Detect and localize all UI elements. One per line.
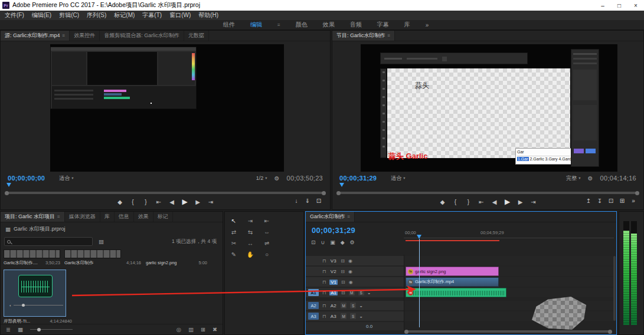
source-patch-v1[interactable] bbox=[308, 278, 319, 285]
source-playhead[interactable] bbox=[6, 183, 11, 187]
panel-menu-icon[interactable]: ≡ bbox=[63, 33, 66, 38]
find-icon[interactable]: ◎ bbox=[176, 326, 181, 333]
tab-project[interactable]: 项目: Garlic 水印项目 ≡ bbox=[1, 212, 65, 222]
lock-icon[interactable]: ⊓ bbox=[322, 258, 326, 264]
lock-icon[interactable]: ⊓ bbox=[322, 314, 326, 319]
track-select-backward-tool[interactable]: ⇤ bbox=[261, 216, 273, 225]
export-frame-button[interactable]: ⊡ bbox=[608, 198, 614, 204]
mic-icon[interactable]: ◒ bbox=[359, 314, 362, 319]
item-thumbnail[interactable] bbox=[64, 249, 121, 258]
track-name-a1[interactable]: A1 bbox=[329, 290, 338, 295]
add-marker-button[interactable]: ◆ bbox=[440, 199, 446, 205]
menu-item-edit[interactable]: 编辑(E) bbox=[32, 11, 51, 19]
close-button[interactable]: × bbox=[627, 0, 644, 11]
program-scrollbar[interactable] bbox=[337, 192, 639, 194]
new-item-icon[interactable]: ⊞ bbox=[201, 326, 205, 333]
source-settings-icon[interactable]: ⚙ bbox=[274, 175, 280, 182]
ripple-edit-tool[interactable]: ⇄ bbox=[228, 228, 240, 236]
clip-audio-music[interactable]: fx bbox=[406, 288, 506, 297]
menu-item-help[interactable]: 帮助(H) bbox=[198, 11, 218, 19]
search-box[interactable] bbox=[4, 237, 93, 246]
step-back-button[interactable]: ◀ bbox=[492, 199, 498, 205]
track-lane-v3[interactable] bbox=[404, 256, 613, 265]
eye-icon[interactable]: ◉ bbox=[348, 269, 352, 274]
source-patch-v2[interactable] bbox=[308, 268, 319, 275]
timeline-timecode[interactable]: 00;00;31;29 bbox=[312, 226, 355, 235]
pen-tool[interactable]: ✎ bbox=[228, 250, 240, 258]
workspace-tab-assembly[interactable]: 组件 bbox=[223, 21, 235, 29]
panel-menu-icon[interactable]: ≡ bbox=[348, 214, 351, 219]
overwrite-button[interactable]: ⇓ bbox=[305, 198, 310, 204]
eye-icon[interactable]: ◉ bbox=[348, 258, 352, 264]
workspace-overflow-icon[interactable]: » bbox=[426, 22, 429, 28]
selected-audio-item[interactable]: ◖ bbox=[4, 270, 66, 317]
minimize-button[interactable]: – bbox=[594, 0, 611, 11]
menu-item-clip[interactable]: 剪辑(C) bbox=[59, 11, 79, 19]
master-level-value[interactable]: 0.0 bbox=[366, 324, 372, 329]
mute-button[interactable]: M bbox=[341, 303, 346, 308]
source-scrollbar[interactable] bbox=[5, 192, 325, 194]
tab-info[interactable]: 信息 bbox=[115, 212, 134, 222]
track-name-v1[interactable]: V1 bbox=[329, 280, 338, 285]
rate-stretch-tool[interactable]: ⇔ bbox=[261, 228, 273, 236]
program-fit-dropdown[interactable]: 适合 ▾ bbox=[391, 175, 405, 182]
ime-candidate-active[interactable]: 1.Gar bbox=[517, 157, 529, 161]
track-name-v2[interactable]: V2 bbox=[329, 269, 337, 274]
mic-icon[interactable]: ◒ bbox=[368, 290, 371, 295]
workspace-tab-libraries[interactable]: 库 bbox=[404, 21, 410, 29]
timeline-playhead-line[interactable] bbox=[419, 239, 420, 327]
lock-icon[interactable]: ⊓ bbox=[322, 280, 326, 285]
hand-tool[interactable]: ✋ bbox=[244, 250, 256, 258]
mark-in-button[interactable]: { bbox=[130, 199, 136, 205]
lock-icon[interactable]: ⊓ bbox=[322, 269, 326, 274]
track-name-a3[interactable]: A3 bbox=[329, 314, 337, 319]
filter-bin-icon[interactable]: ▤ bbox=[99, 238, 104, 245]
sync-lock-icon[interactable]: ⊟ bbox=[341, 290, 345, 295]
mark-out-button[interactable]: } bbox=[466, 199, 472, 205]
go-to-in-button[interactable]: ⇤ bbox=[156, 199, 162, 205]
track-name-a2[interactable]: A2 bbox=[329, 303, 337, 308]
list-view-icon[interactable]: ≣ bbox=[6, 326, 11, 333]
lock-icon[interactable]: ⊓ bbox=[322, 290, 326, 295]
eye-icon[interactable]: ◉ bbox=[349, 280, 353, 285]
solo-button[interactable]: S bbox=[350, 303, 356, 308]
workspace-menu-icon[interactable]: ≡ bbox=[277, 22, 280, 28]
insert-button[interactable]: ↓ bbox=[293, 198, 299, 204]
timeline-settings-icon[interactable]: ⚙ bbox=[350, 239, 355, 245]
selection-tool[interactable]: ↖ bbox=[228, 216, 240, 225]
time-ruler[interactable] bbox=[404, 238, 614, 238]
tab-audio-clip-mixer[interactable]: 音频剪辑混合器: Garlic水印制作 bbox=[100, 31, 184, 41]
step-forward-button[interactable]: ▶ bbox=[195, 199, 201, 205]
comparison-view-button[interactable]: ⊞ bbox=[619, 198, 625, 204]
menu-item-marker[interactable]: 标记(M) bbox=[114, 11, 135, 19]
list-item[interactable]: Garlic水印制作.... 3;50;23 bbox=[4, 260, 60, 266]
mark-in-button[interactable]: { bbox=[453, 199, 459, 205]
tab-timeline-sequence[interactable]: Garlic水印制作 ≡ bbox=[306, 212, 355, 222]
program-playhead[interactable] bbox=[339, 183, 344, 187]
workspace-tab-titles[interactable]: 字幕 bbox=[377, 21, 389, 29]
sync-lock-icon[interactable]: ⊟ bbox=[341, 280, 345, 285]
nest-toggle-icon[interactable]: ⊡ bbox=[311, 239, 316, 245]
workspace-tab-editing[interactable]: 编辑 bbox=[250, 21, 262, 29]
lift-button[interactable]: ↥ bbox=[586, 198, 591, 204]
mute-button[interactable]: M bbox=[349, 290, 355, 295]
menu-item-title[interactable]: 字幕(T) bbox=[142, 11, 162, 19]
mark-out-button[interactable]: } bbox=[143, 199, 149, 205]
list-item[interactable]: Garlic水印制作 4;14;16 bbox=[64, 260, 141, 266]
thumbnail-zoom-slider[interactable] bbox=[30, 329, 73, 330]
lock-icon[interactable]: ⊓ bbox=[322, 303, 326, 308]
tab-effects[interactable]: 效果 bbox=[134, 212, 153, 222]
slip-tool[interactable]: ↔ bbox=[244, 239, 256, 247]
workspace-tab-color[interactable]: 颜色 bbox=[296, 21, 308, 29]
timeline-horizontal-scrollbar[interactable] bbox=[405, 330, 612, 333]
go-to-out-button[interactable]: ⇥ bbox=[208, 199, 214, 205]
menu-item-window[interactable]: 窗口(W) bbox=[169, 11, 191, 19]
tab-markers[interactable]: 标记 bbox=[153, 212, 173, 222]
tab-metadata[interactable]: 元数据 bbox=[184, 31, 209, 41]
source-patch-v3[interactable] bbox=[308, 257, 319, 264]
tab-source-clip[interactable]: 源: Garlic水印制作.mp4 ≡ bbox=[1, 31, 70, 41]
maximize-button[interactable]: □ bbox=[611, 0, 627, 11]
new-bin-icon[interactable]: ▥ bbox=[188, 326, 194, 333]
search-input[interactable] bbox=[13, 239, 92, 245]
linked-selection-icon[interactable]: ▣ bbox=[330, 239, 335, 245]
